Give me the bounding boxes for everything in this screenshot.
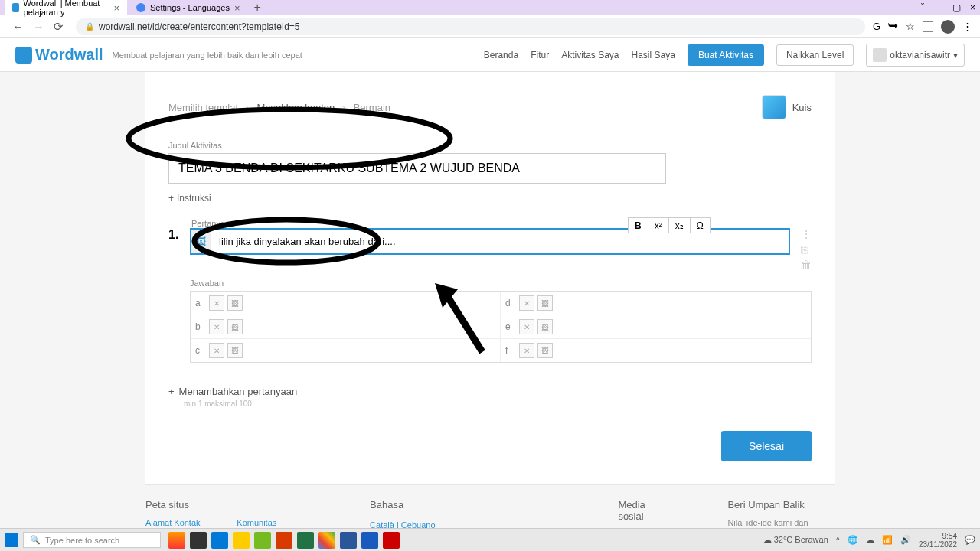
buat-aktivitas-button[interactable]: Buat Aktivitas [688, 44, 764, 66]
weather-widget[interactable]: ☁ 32°C Berawan [763, 535, 828, 545]
more-icon[interactable]: ⋮ [801, 228, 812, 240]
superscript-button[interactable]: x² [648, 218, 669, 233]
taskbar-app-icon[interactable] [168, 532, 185, 549]
bookmark-icon[interactable]: ☆ [906, 21, 915, 32]
nav-beranda[interactable]: Beranda [484, 50, 518, 60]
subscript-button[interactable]: x₂ [669, 218, 691, 233]
menu-icon[interactable]: ⋮ [962, 21, 972, 32]
chevron-right-icon: › [342, 102, 345, 113]
search-icon: 🔍 [30, 535, 41, 545]
answer-e[interactable]: e✕🖼 [501, 315, 811, 339]
footer-heading-sitemap: Peta situs [145, 499, 309, 510]
mark-correct-icon[interactable]: ✕ [519, 319, 534, 334]
add-image-button[interactable]: 🖼 [191, 230, 211, 253]
template-badge: Kuis [762, 95, 812, 119]
nav-hasil[interactable]: Hasil Saya [632, 50, 675, 60]
template-name: Kuis [792, 102, 812, 113]
browser-tab-active[interactable]: Wordwall | Membuat pelajaran y × [5, 0, 127, 19]
tagline: Membuat pelajaran yang lebih baik dan le… [113, 51, 302, 60]
mark-correct-icon[interactable]: ✕ [519, 343, 534, 358]
windows-search[interactable]: 🔍 Type here to search [23, 532, 161, 548]
tray-globe-icon[interactable]: 🌐 [848, 535, 858, 545]
notifications-icon[interactable]: 💬 [965, 535, 975, 545]
add-instruction-button[interactable]: + Instruksi [168, 193, 812, 204]
footer-heading-language: Bahasa [370, 499, 557, 510]
image-icon[interactable]: 🖼 [537, 343, 553, 358]
answer-f[interactable]: f✕🖼 [501, 339, 811, 362]
taskbar-app-icon[interactable] [297, 532, 314, 549]
image-icon[interactable]: 🖼 [227, 343, 243, 358]
chevron-down-icon[interactable]: ˅ [920, 2, 925, 13]
nav-fitur[interactable]: Fitur [531, 50, 549, 60]
text-format-toolbar: B x² x₂ Ω [628, 217, 710, 233]
site-footer: Peta situs Alamat Kontak Bahasa dan Loka… [145, 484, 835, 534]
image-icon[interactable]: 🖼 [227, 319, 243, 334]
taskbar-app-icon[interactable] [361, 532, 378, 549]
answer-a[interactable]: a✕🖼 [191, 292, 501, 315]
image-icon[interactable]: 🖼 [537, 295, 553, 311]
close-window-icon[interactable]: × [970, 2, 975, 13]
taskbar-app-icon[interactable] [318, 532, 335, 549]
maximize-icon[interactable]: ▢ [952, 2, 961, 13]
bold-button[interactable]: B [629, 218, 648, 233]
plus-icon: + [168, 386, 175, 397]
footer-link[interactable]: Komunitas [237, 518, 309, 527]
mark-correct-icon[interactable]: ✕ [209, 343, 224, 358]
taskbar-app-icon[interactable] [383, 532, 400, 549]
reload-icon[interactable]: ⟳ [49, 20, 68, 34]
delete-icon[interactable]: 🗑 [801, 259, 812, 271]
symbol-button[interactable]: Ω [691, 218, 710, 233]
wordwall-favicon [12, 3, 19, 12]
tray-chevron-icon[interactable]: ^ [836, 536, 840, 545]
naikkan-level-button[interactable]: Naikkan Level [776, 44, 854, 66]
chevron-right-icon: › [246, 102, 249, 113]
new-tab-button[interactable]: + [250, 1, 266, 15]
activity-title-input[interactable] [168, 153, 666, 184]
address-bar[interactable]: 🔒 wordwall.net/id/create/entercontent?te… [76, 18, 865, 35]
forward-icon[interactable]: → [28, 20, 49, 33]
image-icon[interactable]: 🖼 [537, 319, 553, 334]
mark-correct-icon[interactable]: ✕ [209, 295, 224, 311]
nav-aktivitas[interactable]: Aktivitas Saya [561, 50, 619, 60]
back-icon[interactable]: ← [8, 20, 28, 33]
answer-d[interactable]: d✕🖼 [501, 292, 811, 315]
tray-volume-icon[interactable]: 🔊 [900, 535, 911, 545]
start-button[interactable] [5, 533, 18, 547]
avatar [873, 48, 887, 62]
question-label: Pertanyaan [191, 219, 812, 228]
answers-label: Jawaban [190, 279, 812, 288]
close-icon[interactable]: × [113, 2, 119, 14]
translate-icon[interactable]: G [873, 21, 880, 32]
minimize-icon[interactable]: — [934, 2, 943, 13]
browser-tab-2[interactable]: Settings - Languages × [129, 0, 248, 16]
mark-correct-icon[interactable]: ✕ [519, 295, 534, 311]
tray-onedrive-icon[interactable]: ☁ [866, 535, 874, 545]
tray-wifi-icon[interactable]: 📶 [882, 535, 893, 545]
taskbar-app-icon[interactable] [340, 532, 357, 549]
image-icon: 🖼 [196, 236, 206, 247]
taskbar-app-icon[interactable] [233, 532, 250, 549]
answer-b[interactable]: b✕🖼 [191, 315, 501, 339]
extensions-icon[interactable] [923, 21, 933, 32]
taskbar-app-icon[interactable] [190, 532, 207, 549]
url-bar: ← → ⟳ 🔒 wordwall.net/id/create/entercont… [0, 15, 980, 38]
image-icon[interactable]: 🖼 [227, 295, 243, 311]
mark-correct-icon[interactable]: ✕ [209, 319, 224, 334]
share-icon[interactable]: ⮩ [888, 21, 898, 32]
taskbar-app-icon[interactable] [276, 532, 292, 549]
copy-icon[interactable]: ⎘ [801, 243, 812, 256]
profile-avatar[interactable] [941, 20, 955, 34]
taskbar-app-icon[interactable] [254, 532, 271, 549]
user-menu[interactable]: oktavianisawitr ▾ [866, 44, 965, 67]
logo-icon [15, 47, 32, 64]
step-1[interactable]: Memilih templat [168, 102, 238, 113]
footer-link[interactable]: Alamat Kontak [145, 518, 206, 527]
chevron-down-icon: ▾ [953, 50, 958, 60]
close-icon[interactable]: × [234, 2, 240, 14]
done-button[interactable]: Selesai [721, 431, 812, 461]
taskbar-app-icon[interactable] [211, 532, 228, 549]
answer-c[interactable]: c✕🖼 [191, 339, 501, 362]
system-clock[interactable]: 9:54 23/11/2022 [919, 532, 957, 549]
wordwall-logo[interactable]: Wordwall [15, 46, 103, 64]
add-question-button[interactable]: + Menambahkan pertanyaan [168, 386, 812, 397]
